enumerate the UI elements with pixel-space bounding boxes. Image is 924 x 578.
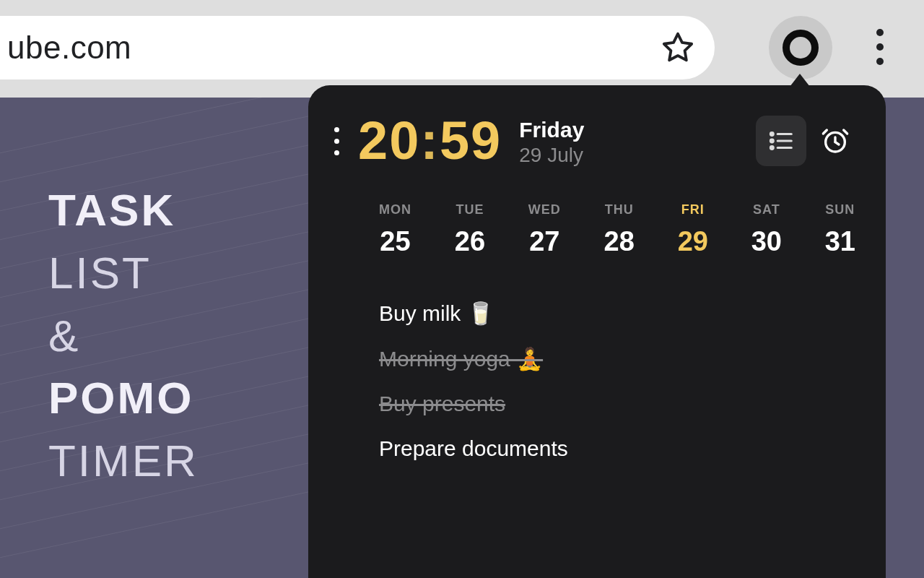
task-item[interactable]: Morning yoga 🧘 [379, 346, 851, 371]
day-of-week-label: TUE [456, 202, 484, 217]
task-item[interactable]: Buy presents [379, 392, 851, 416]
day-number: 25 [380, 226, 410, 257]
day-number: 27 [529, 226, 559, 257]
promo-line-3: & [48, 305, 199, 368]
task-list: Buy milk 🥛Morning yoga 🧘Buy presentsPrep… [379, 301, 851, 461]
week-strip: MON25TUE26WED27THU28FRI29SAT30SUN31 [379, 202, 855, 257]
promo-heading: TASK LIST & POMO TIMER [48, 179, 199, 493]
day-number: 28 [604, 226, 635, 257]
pomodoro-timer-button[interactable] [819, 125, 851, 157]
day-cell-thu[interactable]: THU28 [604, 202, 635, 257]
day-of-week-label: FRI [681, 202, 705, 217]
day-of-week-label: WED [528, 202, 561, 217]
browser-menu-button[interactable] [876, 29, 884, 65]
popup-menu-button[interactable] [328, 127, 345, 155]
clock-display: 20:59 [358, 114, 502, 168]
day-of-week-label: SUN [825, 202, 855, 217]
promo-line-1: TASK [48, 179, 199, 242]
extension-popup: 20:59 Friday 29 July [308, 85, 886, 578]
day-cell-sun[interactable]: SUN31 [825, 202, 855, 257]
day-number: 26 [455, 226, 485, 257]
alarm-clock-icon [821, 126, 850, 155]
list-icon [767, 127, 795, 155]
browser-toolbar: ube.com [0, 0, 924, 98]
popup-header: 20:59 Friday 29 July [328, 114, 851, 168]
svg-point-5 [770, 139, 773, 142]
bookmark-star-icon[interactable] [660, 30, 696, 66]
date-block: Friday 29 July [519, 118, 584, 167]
url-text: ube.com [7, 30, 131, 66]
extension-button[interactable] [769, 16, 832, 79]
svg-point-6 [770, 147, 773, 150]
svg-point-4 [770, 133, 773, 136]
task-item[interactable]: Buy milk 🥛 [379, 301, 851, 326]
promo-line-4: POMO [48, 367, 199, 430]
day-cell-sat[interactable]: SAT30 [751, 202, 782, 257]
date-label: 29 July [519, 144, 584, 167]
day-cell-wed[interactable]: WED27 [528, 202, 561, 257]
day-cell-mon[interactable]: MON25 [379, 202, 411, 257]
svg-line-9 [835, 142, 839, 144]
day-of-week-label: MON [379, 202, 411, 217]
day-of-week-label: SAT [753, 202, 780, 217]
address-bar[interactable]: ube.com [0, 16, 715, 79]
day-cell-fri[interactable]: FRI29 [678, 202, 708, 257]
svg-marker-0 [664, 34, 692, 60]
day-of-week-label: THU [605, 202, 634, 217]
promo-line-5: TIMER [48, 430, 199, 493]
day-number: 31 [825, 226, 855, 257]
extension-logo-icon [783, 30, 819, 66]
day-number: 29 [678, 226, 708, 257]
svg-line-10 [823, 130, 827, 134]
clock-hours: 20 [358, 111, 420, 171]
task-item[interactable]: Prepare documents [379, 436, 851, 461]
promo-line-2: LIST [48, 242, 199, 305]
weekday-label: Friday [519, 118, 584, 142]
clock-minutes: 59 [440, 111, 502, 171]
day-cell-tue[interactable]: TUE26 [455, 202, 485, 257]
day-number: 30 [751, 226, 782, 257]
svg-line-11 [844, 130, 847, 134]
tasklist-toggle-button[interactable] [756, 116, 806, 166]
